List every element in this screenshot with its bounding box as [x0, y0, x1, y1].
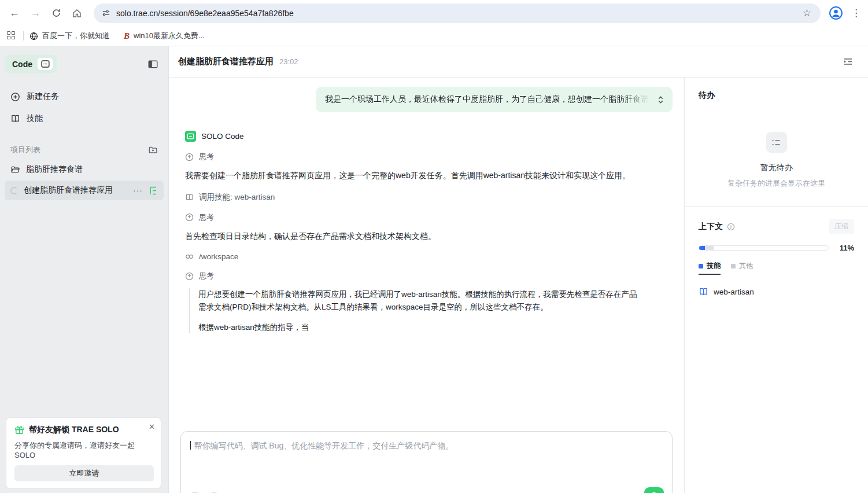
apps-grid-icon[interactable] — [7, 31, 16, 41]
legend-label: 技能 — [707, 261, 721, 271]
user-message-text: 我是一个职场工作人员，最近体检得了中度脂肪肝，为了自己健康，想创建一个脂肪肝食谱… — [325, 94, 649, 105]
context-percent: 11% — [829, 244, 854, 252]
gift-icon — [14, 425, 24, 435]
close-icon[interactable]: ✕ — [149, 422, 155, 431]
expand-message-icon[interactable] — [657, 95, 664, 104]
thinking-icon — [185, 153, 194, 161]
book-icon — [10, 114, 20, 123]
context-title: 上下文 — [699, 222, 723, 232]
legend-tab-other[interactable]: 其他 — [731, 261, 753, 271]
thinking-label: 思考 — [199, 271, 214, 281]
todo-title: 待办 — [699, 90, 854, 101]
thinking-icon — [185, 213, 194, 222]
divider — [23, 31, 24, 41]
loading-spinner-icon — [10, 187, 18, 194]
mode-label: Code — [12, 60, 32, 69]
send-button[interactable] — [644, 487, 664, 493]
info-icon[interactable] — [727, 223, 735, 231]
session-header: 创建脂肪肝食谱推荐应用 23:02 — [169, 46, 868, 78]
page: ← → solo.trae.cn/session/69e8e2eaa95e54a… — [0, 0, 868, 493]
browser-menu-icon[interactable]: ⋮ — [851, 7, 861, 19]
todo-empty-desc: 复杂任务的进展会显示在这里 — [699, 178, 854, 189]
thinking-step[interactable]: 思考 — [185, 212, 673, 223]
bookmark-label: 百度一下，你就知道 — [42, 31, 110, 41]
folder-icon — [10, 165, 20, 174]
forward-icon[interactable]: → — [27, 5, 44, 22]
collapse-sidebar-icon[interactable] — [148, 60, 158, 69]
thinking-icon — [185, 272, 194, 281]
assistant-text: 我需要创建一个脂肪肝食谱推荐网页应用，这是一个完整的web开发任务。首先调用we… — [185, 170, 673, 182]
invite-now-button[interactable]: 立即邀请 — [14, 465, 154, 481]
promo-description: 分享你的专属邀请码，邀请好友一起 SOLO — [14, 440, 154, 459]
bookmarks-bar: 百度一下，你就知道 B win10最新永久免费... — [0, 26, 868, 46]
context-usage-bar — [699, 245, 829, 251]
new-task-icon — [10, 92, 20, 102]
skill-call-label: 调用技能: — [199, 193, 235, 201]
skill-call-value: web-artisan — [235, 193, 275, 201]
site-settings-icon[interactable] — [102, 9, 110, 17]
todo-list-icon — [766, 132, 787, 153]
composer-placeholder: 帮你编写代码、调试 Bug、优化性能等开发工作，交付生产级代码产物。 — [194, 441, 453, 450]
task-label: 创建脂肪肝食谱推荐应用 — [24, 185, 127, 196]
thinking-label: 思考 — [199, 152, 214, 162]
user-message-bubble[interactable]: 我是一个职场工作人员，最近体检得了中度脂肪肝，为了自己健康，想创建一个脂肪肝食谱… — [316, 87, 673, 112]
todo-empty-title: 暂无待办 — [699, 163, 854, 173]
tool-call-step[interactable]: /workspace — [185, 252, 673, 261]
app-window: Code 新建任务 — [0, 46, 868, 493]
solo-code-icon — [185, 131, 196, 142]
bookmark-label: win10最新永久免费... — [134, 31, 205, 41]
mode-switcher-code[interactable]: Code — [5, 55, 57, 73]
home-icon[interactable] — [68, 5, 86, 22]
assistant-text: 首先检查项目目录结构，确认是否存在产品需求文档和技术架构文档。 — [185, 230, 673, 243]
other-swatch — [731, 264, 736, 268]
new-project-icon[interactable] — [148, 145, 158, 154]
thinking-step[interactable]: 思考 — [185, 271, 673, 281]
url-text: solo.trae.cn/session/69e8e2eaa95e54a7fa8… — [116, 9, 798, 18]
chat-panel: 我是一个职场工作人员，最近体检得了中度脂肪肝，为了自己健康，想创建一个脂肪肝食谱… — [169, 78, 684, 493]
more-actions-icon[interactable]: ··· — [133, 186, 143, 195]
skill-item-name: web-artisan — [714, 288, 754, 296]
sidebar-item-label: 技能 — [27, 113, 43, 124]
divider — [685, 206, 868, 207]
sidebar-item-label: 新建任务 — [27, 91, 59, 102]
refresh-icon[interactable] — [47, 5, 65, 22]
collapse-steps-icon[interactable] — [843, 57, 853, 66]
thinking-step[interactable]: 思考 — [185, 152, 673, 162]
assistant-message: SOLO Code 思考 我需要创建一个脂肪肝食谱推荐网页应用，这是一个完整的w… — [185, 131, 673, 333]
session-title: 创建脂肪肝食谱推荐应用 — [178, 56, 274, 67]
session-time: 23:02 — [279, 57, 298, 66]
back-icon[interactable]: ← — [6, 5, 23, 22]
globe-icon — [29, 32, 38, 41]
quote-text: 根据web-artisan技能的指导，当 — [198, 321, 640, 334]
context-skill-item[interactable]: web-artisan — [699, 287, 854, 296]
project-item[interactable]: 脂肪肝推荐食谱 — [5, 160, 164, 179]
context-usage-bar-skill — [699, 246, 705, 250]
sidebar: Code 新建任务 — [0, 46, 169, 493]
task-tree-icon[interactable] — [149, 186, 158, 195]
bookmark-star-icon[interactable]: ☆ — [798, 7, 816, 19]
legend-tab-skills[interactable]: 技能 — [699, 261, 721, 275]
bookmark-favicon: B — [124, 31, 130, 41]
chat-mode-icon — [38, 58, 53, 70]
message-composer[interactable]: 帮你编写代码、调试 Bug、优化性能等开发工作，交付生产级代码产物。 SOLO … — [180, 431, 673, 493]
promo-title: 帮好友解锁 TRAE SOLO — [29, 425, 119, 435]
assistant-name: SOLO Code — [201, 132, 244, 141]
task-item-selected[interactable]: 创建脂肪肝食谱推荐应用 ··· — [5, 181, 164, 200]
url-bar[interactable]: solo.trae.cn/session/69e8e2eaa95e54a7fa8… — [94, 3, 821, 23]
sidebar-item-skills[interactable]: 技能 — [0, 108, 168, 130]
profile-icon[interactable] — [829, 6, 843, 20]
tool-path: /workspace — [199, 252, 238, 261]
invite-promo-card: 帮好友解锁 TRAE SOLO ✕ 分享你的专属邀请码，邀请好友一起 SOLO … — [6, 417, 161, 489]
todo-empty-state: 暂无待办 复杂任务的进展会显示在这里 — [699, 132, 854, 189]
sidebar-item-new-task[interactable]: 新建任务 — [0, 86, 168, 108]
bookmark-baidu[interactable]: 百度一下，你就知道 — [29, 31, 110, 41]
skill-call-step[interactable]: 调用技能: web-artisan — [185, 192, 673, 203]
compress-button[interactable]: 压缩 — [829, 219, 854, 234]
bookmark-win10[interactable]: B win10最新永久免费... — [124, 31, 205, 41]
projects-section-title: 项目列表 — [10, 145, 40, 155]
task-side-panel: 待办 暂无待办 复杂任务的进展会显示在这里 上下文 压缩 — [684, 78, 868, 493]
link-icon — [185, 253, 194, 260]
context-usage-bar-other — [705, 246, 713, 250]
quote-text: 用户想要创建一个脂肪肝食谱推荐网页应用，我已经调用了web-artisan技能。… — [198, 288, 640, 313]
thinking-label: 思考 — [199, 212, 214, 223]
